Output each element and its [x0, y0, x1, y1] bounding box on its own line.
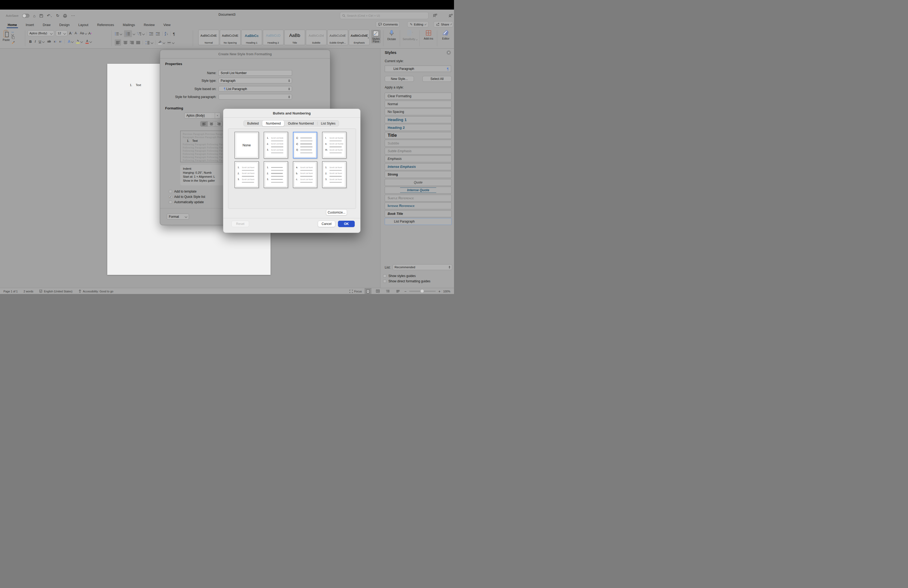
- option-add-to-quick-style-list[interactable]: ✓Add to Quick Style list: [169, 194, 205, 200]
- dictate-button[interactable]: Dictate: [385, 30, 398, 40]
- option-add-to-template[interactable]: Add to template: [169, 189, 205, 194]
- font-color-icon[interactable]: A: [85, 39, 89, 44]
- tab-mailings[interactable]: Mailings: [122, 23, 136, 27]
- style-gallery-item-normal[interactable]: AaBbCcDdENormal: [198, 30, 219, 45]
- align-right-icon[interactable]: [130, 40, 134, 45]
- numbering-option-7[interactable]: a.Scroll List Numlb.Scroll List Numlc.Sc…: [293, 161, 317, 188]
- ok-button[interactable]: OK: [338, 221, 355, 227]
- tab-list-styles[interactable]: List Styles: [317, 121, 339, 126]
- numbering-option-2[interactable]: 1.Scroll List Bulle2.Scroll List Bulle3.…: [264, 132, 288, 159]
- accessibility-status[interactable]: Accessibility: Good to go: [78, 290, 113, 293]
- align-center-icon[interactable]: [124, 40, 127, 45]
- customize-button[interactable]: Customize...: [326, 209, 347, 215]
- print-layout-view-icon[interactable]: [364, 288, 372, 294]
- font-size-select[interactable]: 12: [56, 30, 68, 36]
- style-item-quote[interactable]: Quote: [385, 179, 452, 186]
- outline-view-icon[interactable]: [384, 288, 391, 294]
- tab-insert[interactable]: Insert: [25, 23, 34, 27]
- italic-icon[interactable]: I: [34, 39, 35, 44]
- style-gallery-item-subtitle[interactable]: AaBbCcDdSubtitle: [306, 30, 327, 45]
- style-type-select[interactable]: Paragraph: [219, 78, 292, 84]
- align-left-icon[interactable]: [115, 39, 121, 46]
- option-automatically-update[interactable]: Automatically update: [169, 200, 205, 205]
- style-item-no-spacing[interactable]: No Spacing: [385, 108, 452, 115]
- style-item-emphasis[interactable]: Emphasis: [385, 155, 452, 162]
- tab-references[interactable]: References: [97, 23, 115, 27]
- align-center-icon[interactable]: [208, 121, 215, 126]
- style-gallery-item-heading-1[interactable]: AaBbCcHeading 1: [241, 30, 262, 45]
- style-item-strong[interactable]: Strong: [385, 171, 452, 178]
- line-spacing-icon[interactable]: [145, 40, 150, 45]
- format-menu-button[interactable]: Format: [167, 214, 189, 220]
- zoom-slider[interactable]: [409, 291, 436, 292]
- style-item-intense-reference[interactable]: Intense Reference: [385, 202, 452, 209]
- numbering-option-6[interactable]: 1.2.3.: [264, 161, 288, 188]
- paste-button[interactable]: Paste: [3, 30, 10, 44]
- word-count[interactable]: 2 words: [24, 290, 34, 293]
- borders-icon[interactable]: [167, 40, 171, 45]
- text-effects-icon[interactable]: A: [68, 39, 70, 44]
- following-style-select[interactable]: [219, 94, 292, 100]
- zoom-in-icon[interactable]: +: [438, 289, 441, 293]
- editing-mode-button[interactable]: ✎ Editing: [407, 21, 428, 27]
- close-icon[interactable]: ✕: [447, 50, 451, 55]
- select-all-button[interactable]: Select All: [422, 76, 452, 82]
- list-filter-select[interactable]: Recommended: [393, 264, 452, 270]
- justify-icon[interactable]: [136, 40, 140, 45]
- style-gallery-item-emphasis[interactable]: AaBbCcDdEEmphasis: [349, 30, 370, 45]
- draft-view-icon[interactable]: [394, 288, 402, 294]
- cancel-button[interactable]: Cancel: [318, 221, 335, 227]
- style-item-subtle-reference[interactable]: Subtle Reference: [385, 195, 452, 201]
- sort-icon[interactable]: AZ↓: [164, 31, 168, 36]
- zoom-percent[interactable]: 100%: [443, 290, 450, 293]
- based-on-select[interactable]: ¶ List Paragraph: [219, 86, 292, 92]
- style-item-heading-1[interactable]: Heading 1: [385, 116, 452, 123]
- style-gallery-item-subtle-emph-[interactable]: AaBbCcDdESubtle Emph...: [327, 30, 348, 45]
- comments-button[interactable]: Comments: [376, 21, 399, 27]
- new-style-button[interactable]: New Style...: [385, 76, 414, 82]
- multilevel-list-icon[interactable]: 1ai: [137, 31, 142, 36]
- style-item-intense-quote[interactable]: Intense Quote: [385, 187, 452, 193]
- strikethrough-icon[interactable]: ab: [47, 39, 51, 44]
- numbering-icon[interactable]: 123: [124, 30, 132, 37]
- style-item-subtitle[interactable]: Subtitle: [385, 140, 452, 147]
- increase-indent-icon[interactable]: [156, 31, 160, 36]
- gallery-more-icon[interactable]: ›: [368, 35, 369, 40]
- numbering-option-5[interactable]: 1.Scroll List Numl2.Scroll List Numl3.Sc…: [234, 161, 259, 188]
- styles-pane-button[interactable]: StylesPane: [371, 30, 381, 43]
- style-item-normal[interactable]: Normal: [385, 101, 452, 108]
- spellcheck-status[interactable]: English (United States): [39, 290, 72, 293]
- presence-icon[interactable]: [432, 13, 438, 18]
- account-icon[interactable]: [448, 13, 454, 18]
- style-gallery-item-title[interactable]: AaBbTitle: [284, 30, 305, 45]
- numbering-option-3[interactable]: 1)2)3): [293, 132, 317, 159]
- style-gallery-item-no-spacing[interactable]: AaBbCcDdENo Spacing: [220, 30, 240, 45]
- decrease-indent-icon[interactable]: [149, 31, 153, 36]
- bold-icon[interactable]: B: [29, 39, 32, 44]
- style-item-heading-2[interactable]: Heading 2: [385, 124, 452, 131]
- page-count[interactable]: Page 1 of 1: [3, 290, 18, 293]
- web-layout-view-icon[interactable]: [374, 288, 382, 294]
- document-list-item[interactable]: 1. Text: [130, 84, 141, 87]
- option-show-styles-guides[interactable]: Show styles guides: [383, 273, 430, 279]
- copy-icon[interactable]: [11, 35, 15, 39]
- shrink-font-icon[interactable]: A⌄: [75, 31, 78, 36]
- tab-layout[interactable]: Layout: [78, 23, 89, 27]
- style-item-intense-emphasis[interactable]: Intense Emphasis: [385, 163, 452, 170]
- focus-button[interactable]: Focus: [349, 290, 362, 293]
- style-item-book-title[interactable]: Book Title: [385, 210, 452, 217]
- shading-icon[interactable]: [158, 40, 162, 45]
- numbering-option-4[interactable]: I.Scroll List NumberII.Scroll List Numbe…: [322, 132, 346, 159]
- zoom-slider-knob[interactable]: [420, 289, 424, 293]
- style-item-subtle-emphasis[interactable]: Subtle Emphasis: [385, 148, 452, 155]
- numbering-option-8[interactable]: 1.Scroll List Numl2.Scroll List Numl3.Sc…: [322, 161, 346, 188]
- bullets-icon[interactable]: [115, 31, 119, 36]
- tab-draw[interactable]: Draw: [42, 23, 51, 27]
- tab-bulleted[interactable]: Bulleted: [244, 121, 262, 126]
- numbering-option-1[interactable]: None: [234, 132, 259, 159]
- clear-formatting-icon[interactable]: A⬧: [89, 31, 92, 36]
- align-left-icon[interactable]: [200, 121, 208, 126]
- grow-font-icon[interactable]: A⌃: [69, 31, 73, 36]
- font-name-select[interactable]: Aptos (Body): [27, 30, 54, 36]
- name-field[interactable]: Scroll List Number: [219, 70, 292, 76]
